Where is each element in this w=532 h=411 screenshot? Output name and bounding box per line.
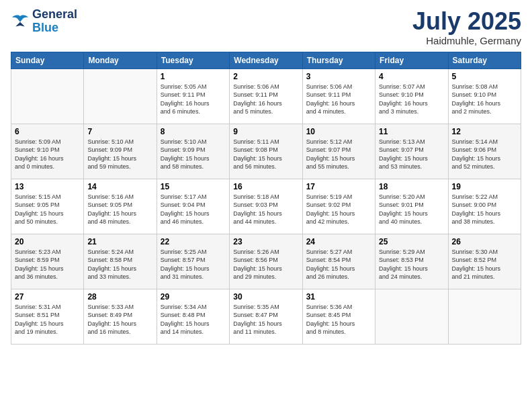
day-info: Sunrise: 5:31 AM Sunset: 8:51 PM Dayligh…: [15, 303, 80, 336]
day-number: 3: [306, 72, 371, 81]
calendar-cell: 16Sunrise: 5:18 AM Sunset: 9:03 PM Dayli…: [230, 179, 302, 234]
day-number: 15: [161, 182, 226, 191]
day-number: 17: [306, 182, 371, 191]
day-info: Sunrise: 5:06 AM Sunset: 9:11 PM Dayligh…: [306, 83, 371, 116]
calendar-cell: 5Sunrise: 5:08 AM Sunset: 9:10 PM Daylig…: [448, 68, 521, 124]
calendar-cell: 19Sunrise: 5:22 AM Sunset: 9:00 PM Dayli…: [448, 179, 521, 234]
day-number: 13: [15, 182, 80, 191]
calendar-week-row: 13Sunrise: 5:15 AM Sunset: 9:05 PM Dayli…: [11, 179, 521, 234]
day-number: 5: [452, 72, 517, 81]
calendar-cell: 11Sunrise: 5:13 AM Sunset: 9:07 PM Dayli…: [375, 124, 448, 179]
day-info: Sunrise: 5:06 AM Sunset: 9:11 PM Dayligh…: [233, 83, 298, 116]
weekday-header-monday: Monday: [84, 52, 157, 68]
day-info: Sunrise: 5:27 AM Sunset: 8:54 PM Dayligh…: [306, 248, 371, 281]
day-number: 12: [452, 127, 517, 136]
calendar-cell: 29Sunrise: 5:34 AM Sunset: 8:48 PM Dayli…: [157, 289, 229, 344]
calendar-cell: [375, 289, 448, 344]
day-info: Sunrise: 5:33 AM Sunset: 8:49 PM Dayligh…: [87, 303, 152, 336]
logo-icon: [11, 14, 30, 29]
day-info: Sunrise: 5:17 AM Sunset: 9:04 PM Dayligh…: [161, 193, 226, 226]
day-info: Sunrise: 5:20 AM Sunset: 9:01 PM Dayligh…: [379, 193, 444, 226]
day-number: 14: [87, 182, 152, 191]
day-info: Sunrise: 5:08 AM Sunset: 9:10 PM Dayligh…: [452, 83, 517, 116]
calendar-cell: 8Sunrise: 5:10 AM Sunset: 9:09 PM Daylig…: [157, 124, 229, 179]
day-number: 25: [379, 237, 444, 246]
calendar-cell: 3Sunrise: 5:06 AM Sunset: 9:11 PM Daylig…: [302, 68, 375, 124]
day-info: Sunrise: 5:22 AM Sunset: 9:00 PM Dayligh…: [452, 193, 517, 226]
day-number: 28: [87, 292, 152, 302]
calendar-cell: 25Sunrise: 5:29 AM Sunset: 8:53 PM Dayli…: [375, 234, 448, 289]
calendar-cell: 28Sunrise: 5:33 AM Sunset: 8:49 PM Dayli…: [84, 289, 157, 344]
calendar-cell: [84, 68, 157, 124]
day-number: 19: [452, 182, 517, 191]
logo-line2: Blue: [32, 21, 58, 34]
day-number: 31: [306, 292, 371, 302]
calendar-cell: 4Sunrise: 5:07 AM Sunset: 9:10 PM Daylig…: [375, 68, 448, 124]
day-info: Sunrise: 5:07 AM Sunset: 9:10 PM Dayligh…: [379, 83, 444, 116]
day-info: Sunrise: 5:10 AM Sunset: 9:09 PM Dayligh…: [161, 138, 226, 171]
day-info: Sunrise: 5:09 AM Sunset: 9:10 PM Dayligh…: [15, 138, 80, 171]
calendar-cell: 13Sunrise: 5:15 AM Sunset: 9:05 PM Dayli…: [11, 179, 84, 234]
calendar-cell: 26Sunrise: 5:30 AM Sunset: 8:52 PM Dayli…: [448, 234, 521, 289]
day-info: Sunrise: 5:18 AM Sunset: 9:03 PM Dayligh…: [233, 193, 298, 226]
day-info: Sunrise: 5:36 AM Sunset: 8:45 PM Dayligh…: [306, 303, 371, 336]
calendar-cell: [11, 68, 84, 124]
calendar-cell: 9Sunrise: 5:11 AM Sunset: 9:08 PM Daylig…: [230, 124, 302, 179]
calendar-cell: 23Sunrise: 5:26 AM Sunset: 8:56 PM Dayli…: [230, 234, 302, 289]
calendar-cell: 18Sunrise: 5:20 AM Sunset: 9:01 PM Dayli…: [375, 179, 448, 234]
header: General Blue July 2025 Haidmuhle, German…: [11, 8, 521, 46]
weekday-header-saturday: Saturday: [448, 52, 521, 68]
calendar-cell: [448, 289, 521, 344]
day-number: 29: [161, 292, 226, 302]
calendar-cell: 10Sunrise: 5:12 AM Sunset: 9:07 PM Dayli…: [302, 124, 375, 179]
day-number: 24: [306, 237, 371, 246]
day-info: Sunrise: 5:13 AM Sunset: 9:07 PM Dayligh…: [379, 138, 444, 171]
day-number: 23: [233, 237, 298, 246]
day-number: 27: [15, 292, 80, 302]
day-number: 26: [452, 237, 517, 246]
calendar-week-row: 1Sunrise: 5:05 AM Sunset: 9:11 PM Daylig…: [11, 68, 521, 124]
logo-text: General Blue: [32, 8, 77, 35]
day-number: 30: [233, 292, 298, 302]
day-info: Sunrise: 5:11 AM Sunset: 9:08 PM Dayligh…: [233, 138, 298, 171]
title-block: July 2025 Haidmuhle, Germany: [412, 8, 521, 46]
calendar-cell: 15Sunrise: 5:17 AM Sunset: 9:04 PM Dayli…: [157, 179, 229, 234]
day-info: Sunrise: 5:23 AM Sunset: 8:59 PM Dayligh…: [15, 248, 80, 281]
calendar-cell: 21Sunrise: 5:24 AM Sunset: 8:58 PM Dayli…: [84, 234, 157, 289]
day-number: 2: [233, 72, 298, 81]
day-number: 1: [161, 72, 226, 81]
day-number: 16: [233, 182, 298, 191]
day-info: Sunrise: 5:30 AM Sunset: 8:52 PM Dayligh…: [452, 248, 517, 281]
weekday-header-row: SundayMondayTuesdayWednesdayThursdayFrid…: [11, 52, 521, 68]
calendar-cell: 27Sunrise: 5:31 AM Sunset: 8:51 PM Dayli…: [11, 289, 84, 344]
location: Haidmuhle, Germany: [412, 35, 521, 46]
calendar-cell: 22Sunrise: 5:25 AM Sunset: 8:57 PM Dayli…: [157, 234, 229, 289]
calendar-cell: 12Sunrise: 5:14 AM Sunset: 9:06 PM Dayli…: [448, 124, 521, 179]
day-number: 6: [15, 127, 80, 136]
day-info: Sunrise: 5:14 AM Sunset: 9:06 PM Dayligh…: [452, 138, 517, 171]
calendar-week-row: 20Sunrise: 5:23 AM Sunset: 8:59 PM Dayli…: [11, 234, 521, 289]
day-number: 10: [306, 127, 371, 136]
calendar-week-row: 27Sunrise: 5:31 AM Sunset: 8:51 PM Dayli…: [11, 289, 521, 344]
calendar-cell: 2Sunrise: 5:06 AM Sunset: 9:11 PM Daylig…: [230, 68, 302, 124]
weekday-header-friday: Friday: [375, 52, 448, 68]
day-number: 22: [161, 237, 226, 246]
calendar-cell: 31Sunrise: 5:36 AM Sunset: 8:45 PM Dayli…: [302, 289, 375, 344]
calendar-cell: 7Sunrise: 5:10 AM Sunset: 9:09 PM Daylig…: [84, 124, 157, 179]
day-number: 18: [379, 182, 444, 191]
calendar-week-row: 6Sunrise: 5:09 AM Sunset: 9:10 PM Daylig…: [11, 124, 521, 179]
logo: General Blue: [11, 8, 77, 35]
day-number: 21: [87, 237, 152, 246]
day-info: Sunrise: 5:05 AM Sunset: 9:11 PM Dayligh…: [161, 83, 226, 116]
calendar-cell: 14Sunrise: 5:16 AM Sunset: 9:05 PM Dayli…: [84, 179, 157, 234]
page: General Blue July 2025 Haidmuhle, German…: [0, 0, 532, 411]
weekday-header-sunday: Sunday: [11, 52, 84, 68]
weekday-header-thursday: Thursday: [302, 52, 375, 68]
day-info: Sunrise: 5:35 AM Sunset: 8:47 PM Dayligh…: [233, 303, 298, 336]
day-info: Sunrise: 5:34 AM Sunset: 8:48 PM Dayligh…: [161, 303, 226, 336]
day-number: 4: [379, 72, 444, 81]
weekday-header-wednesday: Wednesday: [230, 52, 302, 68]
month-title: July 2025: [412, 8, 521, 35]
day-info: Sunrise: 5:15 AM Sunset: 9:05 PM Dayligh…: [15, 193, 80, 226]
calendar-cell: 1Sunrise: 5:05 AM Sunset: 9:11 PM Daylig…: [157, 68, 229, 124]
